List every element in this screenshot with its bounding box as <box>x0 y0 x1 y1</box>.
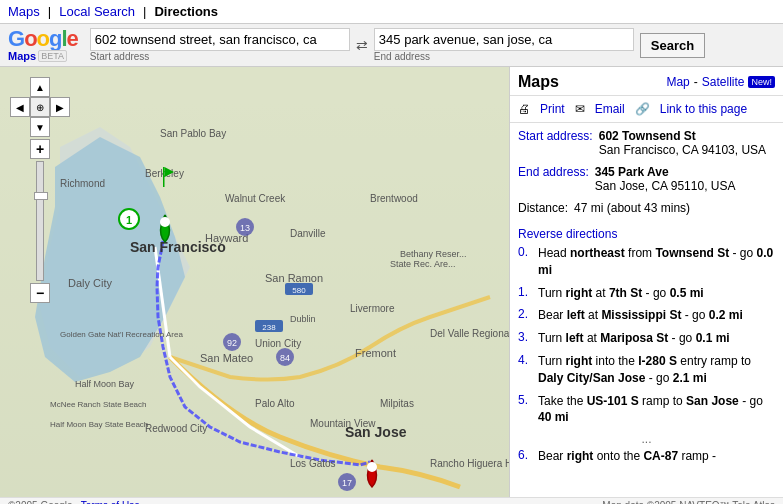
search-bar: Google Maps BETA Start address ⇄ End add… <box>0 24 783 67</box>
step-3-text: Turn left at Mariposa St - go 0.1 mi <box>538 330 730 347</box>
distance-value: 47 mi (about 43 mins) <box>574 201 690 215</box>
svg-text:San Ramon: San Ramon <box>265 272 323 284</box>
pan-down-button[interactable]: ▼ <box>30 117 50 137</box>
start-address-link[interactable]: Start address: <box>518 129 593 157</box>
print-link[interactable]: Print <box>540 102 565 116</box>
swap-directions-icon[interactable]: ⇄ <box>356 37 368 53</box>
nav-separator: | <box>48 4 51 19</box>
step-row-1: 1. Turn right at 7th St - go 0.5 mi <box>518 285 775 302</box>
svg-text:Half Moon Bay State Beach: Half Moon Bay State Beach <box>50 420 148 429</box>
svg-text:San Pablo Bay: San Pablo Bay <box>160 128 226 139</box>
step-4-link[interactable]: 4. <box>518 353 532 367</box>
svg-text:Rancho Higuera Historical Park: Rancho Higuera Historical Park <box>430 458 510 469</box>
end-address-group: End address <box>374 28 634 62</box>
zoom-slider[interactable] <box>34 192 48 200</box>
pan-center-button[interactable]: ⊕ <box>30 97 50 117</box>
directions-steps: 0. Head northeast from Townsend St - go … <box>510 245 783 465</box>
logo-area: Google Maps BETA <box>8 28 78 62</box>
panel-title: Maps <box>518 73 559 91</box>
distance-row: Distance: 47 mi (about 43 mins) <box>518 201 775 215</box>
svg-text:Danville: Danville <box>290 228 326 239</box>
zoom-in-button[interactable]: + <box>30 139 50 159</box>
svg-text:84: 84 <box>280 353 290 363</box>
top-nav: Maps | Local Search | Directions <box>0 0 783 24</box>
search-button[interactable]: Search <box>640 33 705 58</box>
pan-left-button[interactable]: ◀ <box>10 97 30 117</box>
svg-text:San Mateo: San Mateo <box>200 352 253 364</box>
svg-text:Walnut Creek: Walnut Creek <box>225 193 286 204</box>
steps-ellipsis: ... <box>518 432 775 446</box>
step-1-link[interactable]: 1. <box>518 285 532 299</box>
svg-point-46 <box>160 217 170 227</box>
svg-text:Mountain View: Mountain View <box>310 418 376 429</box>
svg-text:McNee Ranch State Beach: McNee Ranch State Beach <box>50 400 147 409</box>
zoom-out-button[interactable]: − <box>30 283 50 303</box>
end-address-input[interactable] <box>374 28 634 51</box>
step-3-link[interactable]: 3. <box>518 330 532 344</box>
end-address-link[interactable]: End address: <box>518 165 589 193</box>
step-2-text: Bear left at Mississippi St - go 0.2 mi <box>538 307 743 324</box>
svg-text:13: 13 <box>240 223 250 233</box>
svg-text:Del Valle Regional Park: Del Valle Regional Park <box>430 328 510 339</box>
svg-text:Livermore: Livermore <box>350 303 395 314</box>
footer-copyright: ©2005 Google · Terms of Use <box>8 500 140 504</box>
svg-text:Brentwood: Brentwood <box>370 193 418 204</box>
step-row-5: 5. Take the US-101 S ramp to San Jose - … <box>518 393 775 427</box>
pan-controls: ▲ ◀ ⊕ ▶ ▼ <box>10 77 70 137</box>
terms-link[interactable]: Terms of Use <box>81 500 140 504</box>
pan-right-button[interactable]: ▶ <box>50 97 70 117</box>
svg-text:Golden Gate Nat'l Recreation A: Golden Gate Nat'l Recreation Area <box>60 330 183 339</box>
end-address-label: End address <box>374 51 634 62</box>
svg-text:Redwood City: Redwood City <box>145 423 207 434</box>
svg-text:17: 17 <box>342 478 352 488</box>
maps-nav-link[interactable]: Maps <box>8 4 40 19</box>
svg-text:92: 92 <box>227 338 237 348</box>
address-info: Start address: 602 Townsend St San Franc… <box>510 123 783 225</box>
start-address-value: 602 Townsend St San Francisco, CA 94103,… <box>599 129 766 157</box>
map-area[interactable]: San Francisco Daly City San Mateo San Ra… <box>0 67 510 497</box>
step-row-6: 6. Bear right onto the CA-87 ramp - <box>518 448 775 465</box>
svg-text:Bethany Reser...: Bethany Reser... <box>400 249 467 259</box>
svg-text:Half Moon Bay: Half Moon Bay <box>75 379 135 389</box>
zoom-bar[interactable] <box>36 161 44 281</box>
map-controls: ▲ ◀ ⊕ ▶ ▼ + − <box>10 77 70 303</box>
map-svg: San Francisco Daly City San Mateo San Ra… <box>0 67 510 497</box>
beta-badge: BETA <box>38 50 67 62</box>
step-row-3: 3. Turn left at Mariposa St - go 0.1 mi <box>518 330 775 347</box>
directions-nav-label: Directions <box>154 4 218 19</box>
step-5-link[interactable]: 5. <box>518 393 532 407</box>
svg-text:1: 1 <box>126 214 132 226</box>
step-0-text: Head northeast from Townsend St - go 0.0… <box>538 245 775 279</box>
map-view-link[interactable]: Map <box>666 75 689 89</box>
svg-text:Fremont: Fremont <box>355 347 396 359</box>
link-icon: 🔗 <box>635 102 650 116</box>
start-address-group: Start address <box>90 28 350 62</box>
reverse-directions-link[interactable]: Reverse directions <box>518 227 775 241</box>
step-0-link[interactable]: 0. <box>518 245 532 259</box>
step-6-text: Bear right onto the CA-87 ramp - <box>538 448 716 465</box>
panel-tools: 🖨 Print ✉ Email 🔗 Link to this page <box>510 96 783 123</box>
step-1-text: Turn right at 7th St - go 0.5 mi <box>538 285 704 302</box>
nav-separator2: | <box>143 4 146 19</box>
step-2-link[interactable]: 2. <box>518 307 532 321</box>
step-5-text: Take the US-101 S ramp to San Jose - go … <box>538 393 775 427</box>
svg-point-49 <box>367 462 377 472</box>
satellite-view-link[interactable]: Satellite <box>702 75 745 89</box>
map-type-switcher: Map - Satellite New! <box>666 75 775 89</box>
start-address-label: Start address <box>90 51 350 62</box>
new-badge: New! <box>748 76 775 88</box>
end-address-value: 345 Park Ave San Jose, CA 95110, USA <box>595 165 736 193</box>
local-search-nav-link[interactable]: Local Search <box>59 4 135 19</box>
link-to-page-link[interactable]: Link to this page <box>660 102 747 116</box>
right-panel: Maps Map - Satellite New! 🖨 Print ✉ Emai… <box>510 67 783 497</box>
end-address-row: End address: 345 Park Ave San Jose, CA 9… <box>518 165 775 193</box>
svg-text:State Rec. Are...: State Rec. Are... <box>390 259 456 269</box>
step-4-text: Turn right into the I-280 S entry ramp t… <box>538 353 775 387</box>
pan-up-button[interactable]: ▲ <box>30 77 50 97</box>
svg-text:Union City: Union City <box>255 338 301 349</box>
start-address-input[interactable] <box>90 28 350 51</box>
step-6-link[interactable]: 6. <box>518 448 532 462</box>
start-address-row: Start address: 602 Townsend St San Franc… <box>518 129 775 157</box>
step-row-2: 2. Bear left at Mississippi St - go 0.2 … <box>518 307 775 324</box>
email-link[interactable]: Email <box>595 102 625 116</box>
